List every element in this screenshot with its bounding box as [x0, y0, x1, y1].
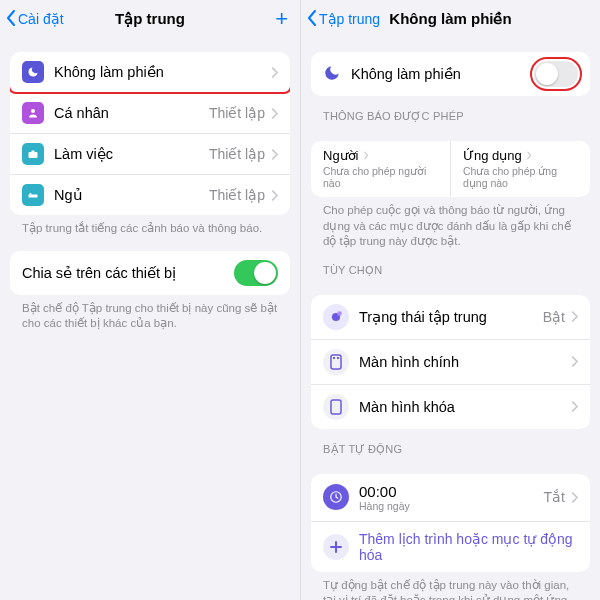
svg-rect-3: [29, 195, 38, 198]
share-label: Chia sẻ trên các thiết bị: [22, 265, 234, 281]
allowed-apps-cell[interactable]: Ứng dụng Chưa cho phép ứng dụng nào: [450, 141, 590, 197]
chevron-right-icon: [571, 401, 578, 412]
option-value: Bật: [543, 309, 565, 325]
allowed-people-cell[interactable]: Người Chưa cho phép người nào: [311, 141, 450, 197]
svg-rect-10: [331, 400, 341, 414]
allowed-section-header: THÔNG BÁO ĐƯỢC PHÉP: [311, 96, 590, 127]
allowed-group: Người Chưa cho phép người nào Ứng dụng C…: [311, 141, 590, 197]
chevron-right-icon: [571, 311, 578, 322]
add-focus-button[interactable]: +: [275, 8, 288, 30]
dnd-toggle-row[interactable]: Không làm phiền: [311, 52, 590, 96]
chevron-right-icon: [359, 148, 369, 163]
schedule-sub: Hàng ngày: [359, 500, 544, 512]
moon-icon: [323, 64, 341, 85]
options-section-header: TÙY CHỌN: [311, 250, 590, 281]
dnd-label: Không làm phiền: [351, 66, 534, 82]
navbar: Cài đặt Tập trung +: [0, 0, 300, 38]
moon-icon: [22, 61, 44, 83]
auto-section-header: BẬT TỰ ĐỘNG: [311, 429, 590, 460]
plus-icon: [323, 534, 349, 560]
focus-row-value: Thiết lập: [209, 187, 265, 203]
page-title: Không làm phiền: [389, 10, 511, 28]
chevron-right-icon: [522, 148, 532, 163]
option-label: Màn hình khóa: [359, 399, 571, 415]
option-focus-status[interactable]: Trạng thái tập trung Bật: [311, 295, 590, 339]
people-label: Người: [323, 148, 359, 163]
share-footer: Bật chế độ Tập trung cho thiết bị này cũ…: [10, 295, 290, 332]
focus-footer: Tập trung tắt tiếng các cảnh báo và thôn…: [10, 215, 290, 237]
option-label: Màn hình chính: [359, 354, 571, 370]
option-label: Trạng thái tập trung: [359, 309, 543, 325]
bed-icon: [22, 184, 44, 206]
focus-row-label: Ngủ: [54, 187, 209, 203]
chevron-left-icon: [6, 10, 16, 29]
back-button[interactable]: Tập trung: [307, 10, 380, 29]
focus-row-label: Không làm phiền: [54, 64, 271, 80]
schedule-row[interactable]: 00:00 Hàng ngày Tắt: [311, 474, 590, 521]
auto-group: 00:00 Hàng ngày Tắt Thêm lịch trình hoặc…: [311, 474, 590, 572]
add-schedule-row[interactable]: Thêm lịch trình hoặc mục tự động hóa: [311, 521, 590, 572]
add-schedule-label: Thêm lịch trình hoặc mục tự động hóa: [359, 531, 578, 563]
svg-rect-9: [337, 357, 339, 359]
dnd-toggle[interactable]: [534, 61, 578, 87]
chevron-right-icon: [271, 67, 278, 78]
focus-row-dnd[interactable]: Không làm phiền: [10, 52, 290, 92]
auto-footer: Tự động bật chế độ tập trung này vào thờ…: [311, 572, 590, 600]
focus-modes-group: Không làm phiền Cá nhân Thiết lập: [10, 52, 290, 215]
focus-row-sleep[interactable]: Ngủ Thiết lập: [10, 174, 290, 215]
briefcase-icon: [22, 143, 44, 165]
svg-rect-2: [32, 151, 35, 153]
lock-screen-icon: [323, 394, 349, 420]
focus-row-label: Cá nhân: [54, 105, 209, 121]
schedule-time: 00:00: [359, 483, 544, 500]
focus-row-value: Thiết lập: [209, 146, 265, 162]
back-button[interactable]: Cài đặt: [6, 10, 64, 29]
chevron-right-icon: [271, 190, 278, 201]
page-title: Tập trung: [115, 10, 185, 28]
options-group: Trạng thái tập trung Bật Màn hình chính …: [311, 295, 590, 429]
share-group: Chia sẻ trên các thiết bị: [10, 251, 290, 295]
dnd-toggle-group: Không làm phiền: [311, 52, 590, 96]
dnd-detail-screen: Tập trung Không làm phiền Không làm phiề…: [300, 0, 600, 600]
back-label: Cài đặt: [18, 11, 64, 27]
navbar: Tập trung Không làm phiền: [301, 0, 600, 38]
chevron-left-icon: [307, 10, 317, 29]
apps-sub: Chưa cho phép ứng dụng nào: [463, 165, 578, 189]
people-sub: Chưa cho phép người nào: [323, 165, 438, 189]
chevron-right-icon: [571, 492, 578, 503]
chevron-right-icon: [571, 356, 578, 367]
svg-point-6: [337, 311, 342, 316]
focus-status-icon: [323, 304, 349, 330]
svg-point-0: [31, 109, 35, 113]
chevron-right-icon: [271, 108, 278, 119]
svg-point-4: [30, 193, 32, 195]
back-label: Tập trung: [319, 11, 380, 27]
focus-row-personal[interactable]: Cá nhân Thiết lập: [10, 92, 290, 133]
option-lock-screen[interactable]: Màn hình khóa: [311, 384, 590, 429]
focus-list-screen: Cài đặt Tập trung + Không làm phiền: [0, 0, 300, 600]
focus-row-label: Làm việc: [54, 146, 209, 162]
chevron-right-icon: [271, 149, 278, 160]
svg-rect-7: [331, 355, 341, 369]
focus-row-value: Thiết lập: [209, 105, 265, 121]
schedule-value: Tắt: [544, 489, 565, 505]
share-across-devices-row[interactable]: Chia sẻ trên các thiết bị: [10, 251, 290, 295]
home-screen-icon: [323, 349, 349, 375]
allowed-footer: Cho phép cuộc gọi và thông báo từ người,…: [311, 197, 590, 250]
apps-label: Ứng dụng: [463, 148, 522, 163]
person-icon: [22, 102, 44, 124]
focus-row-work[interactable]: Làm việc Thiết lập: [10, 133, 290, 174]
svg-rect-8: [333, 357, 335, 359]
share-toggle[interactable]: [234, 260, 278, 286]
svg-rect-1: [29, 152, 38, 158]
option-home-screen[interactable]: Màn hình chính: [311, 339, 590, 384]
clock-icon: [323, 484, 349, 510]
